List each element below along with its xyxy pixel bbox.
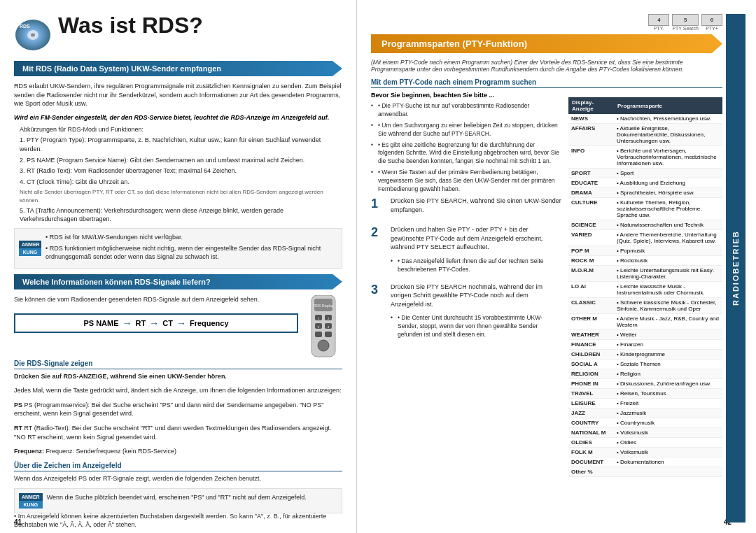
pty-intro-text: (Mit einem PTY-Code nach einem Programm … (371, 59, 722, 73)
table-header-sparte: Programmsparte (614, 97, 722, 114)
table-row: M.O.R.M• Leichte Unterhaltungsmusik mit … (568, 266, 722, 282)
table-row: POP M• Popmusik (568, 246, 722, 256)
table-row: OLDIES• Oldies (568, 438, 722, 448)
step-3-text: Drücken Sie PTY SEARCH nochmals, während… (391, 283, 561, 309)
pty-btn-minus[interactable]: 4 PTY- (648, 14, 669, 31)
table-row: NEWS• Nachrichten, Pressemeldungen usw. (568, 114, 722, 124)
svg-text:RDS: RDS (20, 24, 30, 29)
radiobetrieb-sidebar: RADIOBETRIEB (726, 14, 746, 523)
table-row: TRAVEL• Reisen, Tourismus (568, 389, 722, 399)
pty-code-cell: SCIENCE (568, 220, 614, 230)
pty-code-cell: OTHER M (568, 314, 614, 330)
pty-desc-cell: • Andere Themenbereiche, Unterhaltung (Q… (614, 230, 722, 246)
pty-code-cell: DOCUMENT (568, 457, 614, 467)
pty-desc-cell: • Popmusik (614, 246, 722, 256)
anmer-badge-1: ANMER KUNG (19, 233, 41, 264)
pty-desc-cell: • Soziale Themen (614, 360, 722, 369)
rds-items-list: Abkürzungen für RDS-Modi und Funktionen:… (20, 125, 342, 224)
step-3-content: Drücken Sie PTY SEARCH nochmals, während… (391, 283, 561, 342)
pty-desc-cell (614, 467, 722, 477)
pty-steps-col: Bevor Sie beginnen, beachten Sie bitte .… (371, 92, 561, 477)
step-2-number: 2 (371, 225, 385, 240)
section-rds-info: Welche Informationen können RDS-Signale … (14, 274, 342, 360)
rds-item-rt: 3. RT (Radio Text): Vom Radiosender über… (20, 166, 342, 176)
pty-btn-plus[interactable]: 6 PTY+ (701, 14, 722, 31)
pty-code-cell: TRAVEL (568, 389, 614, 399)
anmer-badge-2: ANMER KUNG (19, 493, 43, 509)
pty-code-cell: INFO (568, 146, 614, 169)
table-row: FINANCE• Finanzen (568, 340, 722, 350)
page-left: RDS Was ist RDS? Mit RDS (Radio Data Sys… (0, 0, 357, 533)
pty-desc-cell: • Finanzen (614, 340, 722, 350)
pty-code-cell: EDUCATE (568, 178, 614, 188)
pty-code-cell: JAZZ (568, 408, 614, 418)
pty-btn-search[interactable]: 5 PTY Search (672, 14, 699, 31)
zeichen-item2: • Im Anzeigefeld können keine akzentuier… (14, 512, 342, 530)
rds-intro-text: RDS erlaubt UKW-Sendern, ihre regulären … (14, 82, 342, 108)
svg-rect-11 (315, 332, 322, 337)
table-row: ROCK M• Rockmusik (568, 256, 722, 266)
svg-text:RDS Display: RDS Display (313, 304, 333, 308)
pty-desc-cell: • Berichte und Vorhersagen, Verbraucheri… (614, 146, 722, 169)
formula-arrow1: → (122, 318, 132, 329)
rds-signals-detail: Jedes Mal, wenn die Taste gedrückt wird,… (14, 386, 342, 395)
pty-desc-cell: • Wetter (614, 330, 722, 340)
pty-code-cell: WEATHER (568, 330, 614, 340)
pty-table-col: Display-Anzeige Programmsparte NEWS• Nac… (568, 92, 722, 477)
svg-rect-12 (325, 332, 332, 337)
table-row: CLASSIC• Schwere klassische Musik - Orch… (568, 298, 722, 314)
pty-table: Display-Anzeige Programmsparte NEWS• Nac… (568, 97, 722, 477)
pty-desc-cell: • Diskussionen, Zuhöreranfragen usw. (614, 379, 722, 389)
anmer-line2: • RDS funktioniert möglicherweise nicht … (46, 244, 337, 262)
rds-info-intro: Sie können die vom Radiosender gesendete… (14, 295, 298, 304)
pty-desc-cell: • Religion (614, 369, 722, 379)
pty-plus-label: PTY+ (701, 26, 722, 31)
pty-buttons-area: 4 PTY- 5 PTY Search 6 PTY+ (371, 14, 722, 31)
table-row: CHILDREN• Kinderprogramme (568, 350, 722, 360)
step-2-text: Drücken und halten Sie PTY - oder PTY + … (391, 225, 561, 252)
pty-desc-cell: • Leichte Unterhaltungsmusik mit Easy-Li… (614, 266, 722, 282)
hinweise-header: Bevor Sie beginnen, beachten Sie bitte .… (371, 92, 561, 99)
anmer-box-2: ANMER KUNG Wenn die Suche plötzlich been… (14, 488, 342, 513)
pty-code-cell: FINANCE (568, 340, 614, 350)
rds-item-pty: 1. PTY (Program Type): Programmsparte, z… (20, 136, 342, 153)
right-content: 4 PTY- 5 PTY Search 6 PTY+ Programmspart… (371, 14, 726, 523)
pty-desc-cell: • Ausbildung und Erziehung (614, 178, 722, 188)
pty-desc-cell: • Andere Musik - Jazz, R&B, Country and … (614, 314, 722, 330)
rds-item-ct: 4. CT (Clock Time): Gibt die Uhrzeit an. (20, 178, 342, 187)
rds-signals-header: Die RDS-Signale zeigen (14, 360, 342, 369)
table-row: JAZZ• Jazzmusik (568, 408, 722, 418)
table-row: PHONE IN• Diskussionen, Zuhöreranfragen … (568, 379, 722, 389)
section-rds-receive: Mit RDS (Radio Data System) UKW-Sender e… (14, 61, 342, 224)
table-row: Other % (568, 467, 722, 477)
svg-point-2 (31, 34, 35, 37)
table-row: LEISURE• Freizeit (568, 399, 722, 408)
pty-code-cell: Other % (568, 467, 614, 477)
table-row: LO Ai• Leichte klassische Musik - Instru… (568, 282, 722, 298)
pty-plus-number: 6 (701, 14, 722, 26)
pty-desc-cell: • Oldies (614, 438, 722, 448)
pty-minus-number: 4 (648, 14, 669, 26)
step-1-number: 1 (371, 197, 385, 211)
step-3-number: 3 (371, 283, 385, 297)
table-row: VARIED• Andere Themenbereiche, Unterhalt… (568, 230, 722, 246)
pty-desc-cell: • Kulturelle Themen, Religion, sozialwis… (614, 198, 722, 220)
cd-icon: RDS (14, 14, 52, 54)
pty-code-cell: NATIONAL M (568, 428, 614, 438)
pty-desc-cell: • Dokumentationen (614, 457, 722, 467)
rds-bold-line: Wird ein FM-Sender eingestellt, der den … (14, 114, 342, 121)
anmer-label-2: ANMER (19, 493, 43, 501)
anmer-box-1: ANMER KUNG • RDS ist für MW/LW-Sendungen… (14, 228, 342, 269)
table-row: INFO• Berichte und Vorhersagen, Verbrauc… (568, 146, 722, 169)
pty-desc-cell: • Leichte klassische Musik - Instrumenta… (614, 282, 722, 298)
pty-code-cell: CLASSIC (568, 298, 614, 314)
page-number-left: 41 (14, 518, 22, 526)
zeichen-intro: Wenn das Anzeigefeld PS oder RT-Signale … (14, 474, 342, 483)
pty-desc-cell: • Freizeit (614, 399, 722, 408)
pty-desc-cell: • Jazzmusik (614, 408, 722, 418)
rds-item-note: Nicht alle Sender übertragen PTY, RT ode… (20, 188, 342, 204)
pty-desc-cell: • Aktuelle Ereignisse, Dokumentarbericht… (614, 124, 722, 146)
formula-ps: PS NAME (83, 319, 118, 327)
pty-code-cell: FOLK M (568, 448, 614, 457)
pty-search-label: PTY Search (672, 26, 699, 31)
